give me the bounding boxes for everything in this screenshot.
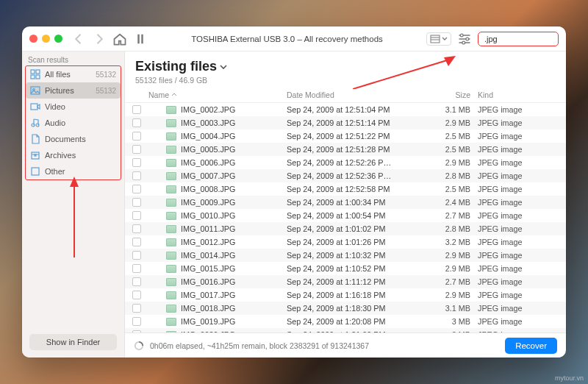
- file-name-cell: IMG_0019.JPG: [148, 317, 287, 326]
- file-thumbnail-icon: [166, 132, 176, 141]
- file-size: 2.7 MB: [412, 211, 478, 220]
- file-date: Sep 24, 2009 at 1:18:30 PM: [287, 304, 412, 313]
- row-checkbox[interactable]: [132, 291, 141, 299]
- row-checkbox[interactable]: [132, 198, 141, 207]
- file-size: 2.5 MB: [412, 145, 478, 154]
- file-size: 2.9 MB: [412, 291, 478, 299]
- file-row[interactable]: IMG_0017.JPGSep 24, 2009 at 1:16:18 PM2.…: [125, 288, 566, 302]
- chevron-right-icon: [92, 32, 107, 46]
- sidebar-item-label: Video: [45, 102, 65, 111]
- file-row[interactable]: IMG_0007.JPGSep 24, 2009 at 12:52:36 P…2…: [125, 169, 566, 182]
- svg-rect-21: [32, 168, 39, 175]
- file-size: 2.5 MB: [412, 132, 478, 141]
- row-checkbox[interactable]: [132, 185, 141, 193]
- svg-point-3: [460, 34, 463, 37]
- file-list[interactable]: IMG_0002.JPGSep 24, 2009 at 12:51:04 PM3…: [125, 103, 566, 333]
- zoom-window-button[interactable]: [54, 35, 62, 43]
- file-row[interactable]: IMG_0008.JPGSep 24, 2009 at 12:52:58 PM2…: [125, 182, 566, 196]
- file-row[interactable]: IMG_0011.JPGSep 24, 2009 at 1:01:02 PM2.…: [125, 222, 566, 235]
- doc-icon: [30, 134, 40, 144]
- show-in-finder-button[interactable]: Show in Finder: [29, 334, 117, 350]
- file-row[interactable]: IMG_0019.JPGSep 24, 2009 at 1:20:08 PM3 …: [125, 315, 566, 328]
- view-mode-button[interactable]: [426, 32, 451, 46]
- filter-button[interactable]: [457, 32, 472, 46]
- row-checkbox[interactable]: [132, 304, 141, 313]
- home-button[interactable]: [112, 32, 127, 46]
- file-name-cell: IMG_0004.JPG: [148, 132, 287, 141]
- col-date[interactable]: Date Modified: [287, 90, 412, 99]
- row-checkbox[interactable]: [132, 238, 141, 246]
- file-row[interactable]: IMG_0009.JPGSep 24, 2009 at 1:00:34 PM2.…: [125, 196, 566, 209]
- search-input[interactable]: [484, 35, 566, 43]
- col-kind[interactable]: Kind: [478, 90, 559, 99]
- file-row[interactable]: IMG_0012.JPGSep 24, 2009 at 1:01:26 PM3.…: [125, 235, 566, 249]
- col-name[interactable]: Name: [148, 90, 287, 99]
- titlebar: TOSHIBA External USB 3.0 – All recovery …: [22, 26, 566, 51]
- row-checkbox[interactable]: [132, 277, 141, 286]
- pause-icon: [133, 32, 148, 46]
- file-date: Sep 24, 2009 at 1:10:52 PM: [287, 264, 412, 273]
- file-row[interactable]: IMG_0003.JPGSep 24, 2009 at 12:51:14 PM2…: [125, 116, 566, 129]
- row-checkbox[interactable]: [132, 317, 141, 326]
- heading-title[interactable]: Existing files: [135, 59, 556, 74]
- file-name-cell: IMG_0008.JPG: [148, 185, 287, 193]
- file-name-cell: IMG_0014.JPG: [148, 251, 287, 260]
- file-name: IMG_0004.JPG: [181, 132, 235, 141]
- svg-rect-10: [31, 70, 35, 74]
- file-date: Sep 24, 2009 at 1:01:02 PM: [287, 224, 412, 233]
- minimize-window-button[interactable]: [42, 35, 50, 43]
- sidebar-item-all-files[interactable]: All files55132: [26, 66, 121, 82]
- file-kind: JPEG image: [478, 185, 559, 193]
- nav-back-button[interactable]: [71, 32, 86, 46]
- nav-forward-button[interactable]: [92, 32, 107, 46]
- file-row[interactable]: IMG_0015.JPGSep 24, 2009 at 1:10:52 PM2.…: [125, 262, 566, 275]
- row-checkbox[interactable]: [132, 224, 141, 233]
- file-row[interactable]: IMG_0014.JPGSep 24, 2009 at 1:10:32 PM2.…: [125, 249, 566, 262]
- sidebar-item-label: Other: [45, 167, 65, 176]
- sidebar-item-pictures[interactable]: Pictures55132: [26, 82, 121, 99]
- window-title: TOSHIBA External USB 3.0 – All recovery …: [154, 35, 420, 43]
- close-window-button[interactable]: [29, 35, 37, 43]
- sidebar-item-label: Pictures: [45, 86, 74, 95]
- sidebar-item-video[interactable]: Video: [26, 99, 121, 115]
- file-date: Sep 24, 2009 at 12:52:36 P…: [287, 171, 412, 180]
- file-size: 2.9 MB: [412, 158, 478, 167]
- row-checkbox[interactable]: [132, 158, 141, 167]
- file-thumbnail-icon: [166, 146, 176, 154]
- file-date: Sep 24, 2009 at 12:51:28 PM: [287, 145, 412, 154]
- sidebar-item-audio[interactable]: Audio: [26, 115, 121, 131]
- file-row[interactable]: IMG_0010.JPGSep 24, 2009 at 1:00:54 PM2.…: [125, 209, 566, 222]
- row-checkbox[interactable]: [132, 171, 141, 180]
- row-checkbox[interactable]: [132, 132, 141, 141]
- pause-button[interactable]: [133, 32, 148, 46]
- sidebar-item-documents[interactable]: Documents: [26, 131, 121, 147]
- file-row[interactable]: IMG_0004.JPGSep 24, 2009 at 12:51:22 PM2…: [125, 129, 566, 143]
- search-field[interactable]: ✕: [478, 32, 559, 46]
- file-row[interactable]: IMG_0016.JPGSep 24, 2009 at 1:11:12 PM2.…: [125, 275, 566, 288]
- row-checkbox[interactable]: [132, 145, 141, 154]
- file-date: Sep 24, 2009 at 12:51:14 PM: [287, 118, 412, 127]
- file-thumbnail-icon: [166, 172, 176, 180]
- sidebar-item-archives[interactable]: Archives: [26, 147, 121, 163]
- file-row[interactable]: IMG_0006.JPGSep 24, 2009 at 12:52:26 P…2…: [125, 156, 566, 169]
- row-checkbox[interactable]: [132, 105, 141, 114]
- chevron-left-icon: [71, 32, 86, 46]
- row-checkbox[interactable]: [132, 264, 141, 273]
- file-name-cell: IMG_0002.JPG: [148, 105, 287, 114]
- row-checkbox[interactable]: [132, 118, 141, 127]
- file-size: 2.5 MB: [412, 185, 478, 193]
- row-checkbox[interactable]: [132, 251, 141, 260]
- file-row[interactable]: IMG_0005.JPGSep 24, 2009 at 12:51:28 PM2…: [125, 143, 566, 156]
- sidebar-item-other[interactable]: Other: [26, 163, 121, 179]
- file-thumbnail-icon: [166, 106, 176, 114]
- col-size[interactable]: Size: [412, 90, 478, 99]
- file-kind: JPEG image: [478, 264, 559, 273]
- file-thumbnail-icon: [166, 265, 176, 273]
- recover-button[interactable]: Recover: [505, 338, 557, 354]
- list-view-icon: [430, 35, 440, 43]
- file-name-cell: IMG_0017.JPG: [148, 291, 287, 299]
- file-row[interactable]: IMG_0018.JPGSep 24, 2009 at 1:18:30 PM3.…: [125, 302, 566, 315]
- file-row[interactable]: IMG_0002.JPGSep 24, 2009 at 12:51:04 PM3…: [125, 103, 566, 116]
- file-name-cell: IMG_0009.JPG: [148, 198, 287, 207]
- row-checkbox[interactable]: [132, 211, 141, 220]
